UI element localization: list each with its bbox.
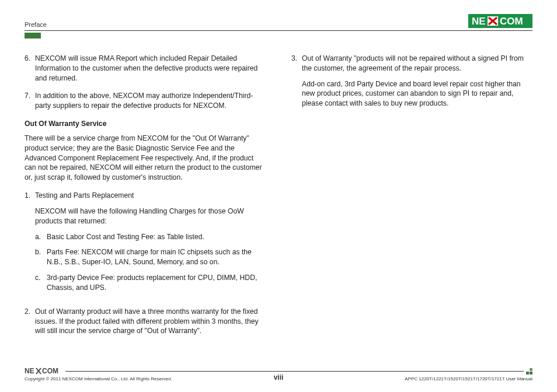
- list-text: Out of Warranty "products will not be re…: [302, 54, 532, 74]
- page-tab-marker: [25, 33, 41, 38]
- left-column: 6. NEXCOM will issue RMA Report which in…: [25, 54, 266, 344]
- list-text: NEXCOM will issue RMA Report which inclu…: [35, 54, 266, 83]
- inner-paragraph: Add-on card, 3rd Party Device and board …: [291, 79, 532, 108]
- page-footer: NE COM Copyright © 2011 NEXCOM Internati…: [25, 367, 532, 382]
- svg-text:COM: COM: [42, 367, 58, 375]
- list-number: 3.: [291, 54, 302, 74]
- footer-ornament-icon: [526, 368, 532, 374]
- nexcom-logo-icon: NE COM: [468, 14, 532, 28]
- nexcom-footer-logo-icon: NE COM: [25, 367, 63, 375]
- list-text: Out of Warranty product will have a thre…: [35, 307, 266, 336]
- list-number: 1.: [25, 191, 35, 201]
- doc-reference: APPC 1220T/1221T/1520T/1521T/1720T/1721T…: [278, 376, 532, 382]
- right-column: 3. Out of Warranty "products will not be…: [291, 54, 532, 344]
- inner-paragraph: NEXCOM will have the following Handling …: [25, 206, 266, 226]
- list-item: 1. Testing and Parts Replacement NEXCOM …: [25, 191, 266, 299]
- copyright-text: Copyright © 2011 NEXCOM International Co…: [25, 376, 278, 382]
- list-item: b. Parts Fee: NEXCOM will charge for mai…: [25, 247, 266, 267]
- svg-text:NE: NE: [25, 367, 34, 375]
- section-label: Preface: [25, 21, 47, 28]
- content-columns: 6. NEXCOM will issue RMA Report which in…: [25, 54, 532, 344]
- list-letter: b.: [35, 247, 47, 267]
- list-text: 3rd-party Device Fee: products replaceme…: [47, 273, 266, 293]
- header-bar: Preface NE COM: [25, 14, 532, 28]
- subheading: Out Of Warranty Service: [25, 119, 266, 129]
- header-rule: [25, 30, 532, 31]
- list-item: 3. Out of Warranty "products will not be…: [291, 54, 532, 108]
- list-number: 7.: [25, 91, 35, 111]
- list-number: 6.: [25, 54, 35, 83]
- intro-paragraph: There will be a service charge from NEXC…: [25, 134, 266, 183]
- list-item: 7. In addition to the above, NEXCOM may …: [25, 91, 266, 111]
- list-text: In addition to the above, NEXCOM may aut…: [35, 91, 266, 111]
- page-container: Preface NE COM 6. NEXCOM will issue RMA …: [0, 0, 557, 344]
- svg-text:NE: NE: [472, 16, 486, 27]
- list-number: 2.: [25, 307, 35, 336]
- footer-meta-row: Copyright © 2011 NEXCOM International Co…: [25, 376, 532, 382]
- list-text: Testing and Parts Replacement: [35, 191, 266, 201]
- continued-numbered-list: 6. NEXCOM will issue RMA Report which in…: [25, 54, 266, 111]
- list-text: Basic Labor Cost and Testing Fee: as Tab…: [47, 232, 266, 242]
- list-item: a. Basic Labor Cost and Testing Fee: as …: [25, 232, 266, 242]
- list-item: 2. Out of Warranty product will have a t…: [25, 307, 266, 336]
- svg-text:COM: COM: [500, 16, 523, 27]
- list-item: c. 3rd-party Device Fee: products replac…: [25, 273, 266, 293]
- right-numbered-list: 3. Out of Warranty "products will not be…: [291, 54, 532, 108]
- list-letter: c.: [35, 273, 47, 293]
- list-letter: a.: [35, 232, 47, 242]
- list-text: Parts Fee: NEXCOM will charge for main I…: [47, 247, 266, 267]
- lettered-sublist: a. Basic Labor Cost and Testing Fee: as …: [25, 232, 266, 299]
- oow-numbered-list: 1. Testing and Parts Replacement NEXCOM …: [25, 191, 266, 336]
- page-number: viii: [274, 373, 284, 382]
- list-item: 6. NEXCOM will issue RMA Report which in…: [25, 54, 266, 83]
